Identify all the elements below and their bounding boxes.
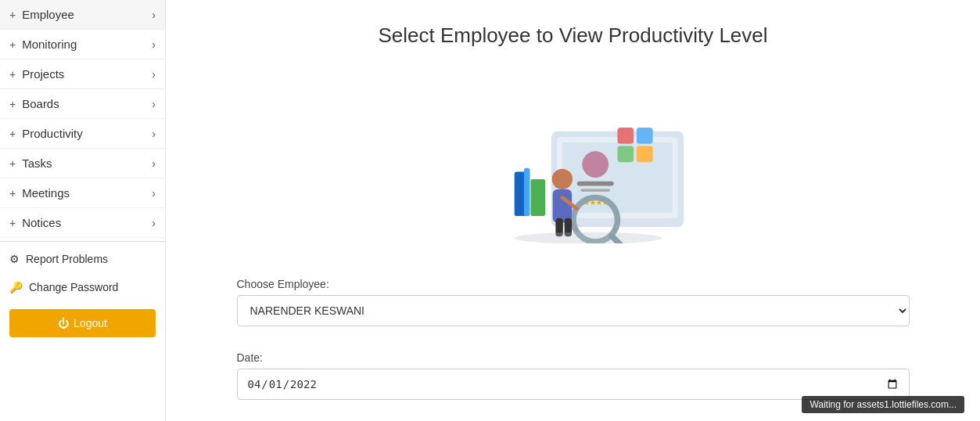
sidebar-item-employee[interactable]: + Employee › [0, 0, 165, 30]
sidebar-label-report-problems: Report Problems [26, 253, 108, 265]
chevron-icon-projects: › [152, 68, 156, 81]
svg-rect-9 [617, 146, 634, 163]
svg-point-13 [551, 169, 572, 189]
svg-rect-20 [523, 168, 529, 216]
chevron-icon-boards: › [152, 98, 156, 110]
svg-rect-4 [576, 182, 613, 186]
status-bar: Waiting for assets1.lottiefiles.com... [802, 396, 964, 413]
plus-icon-monitoring: + [9, 38, 16, 51]
sidebar-item-projects[interactable]: + Projects › [0, 59, 165, 89]
sidebar-item-change-password[interactable]: 🔑 Change Password [0, 273, 165, 301]
svg-point-21 [514, 232, 661, 243]
employee-form-group: Choose Employee: NARENDER KESWANI [237, 278, 910, 339]
sidebar-item-notices[interactable]: + Notices › [0, 208, 165, 238]
sidebar-divider [0, 241, 165, 242]
chevron-icon-notices: › [152, 217, 156, 229]
report-problems-icon: ⚙ [9, 253, 20, 265]
sidebar-item-monitoring[interactable]: + Monitoring › [0, 30, 165, 59]
sidebar-label-notices: Notices [22, 216, 61, 229]
illustration-container: ★★★★★ [448, 63, 698, 262]
logout-label: Logout [74, 317, 107, 329]
sidebar: + Employee › + Monitoring › + Projects ›… [0, 0, 166, 421]
sidebar-item-boards[interactable]: + Boards › [0, 89, 165, 119]
plus-icon-boards: + [9, 98, 16, 110]
sidebar-label-monitoring: Monitoring [22, 38, 77, 51]
svg-rect-19 [530, 179, 545, 216]
svg-rect-5 [580, 189, 610, 192]
svg-rect-7 [617, 128, 634, 144]
change-password-icon: 🔑 [9, 281, 23, 293]
date-label: Date: [237, 351, 910, 364]
employee-select[interactable]: NARENDER KESWANI [237, 295, 910, 326]
sidebar-item-report-problems[interactable]: ⚙ Report Problems [0, 245, 165, 273]
svg-rect-14 [552, 189, 571, 222]
chevron-icon-meetings: › [152, 187, 156, 200]
sidebar-item-tasks[interactable]: + Tasks › [0, 149, 165, 178]
productivity-illustration: ★★★★★ [448, 63, 698, 243]
plus-icon-notices: + [9, 217, 16, 229]
chevron-icon-monitoring: › [152, 38, 156, 51]
main-content: Select Employee to View Productivity Lev… [166, 0, 980, 421]
logout-button[interactable]: ⏻ Logout [9, 309, 156, 337]
chevron-icon-productivity: › [152, 128, 156, 140]
sidebar-label-meetings: Meetings [22, 186, 70, 200]
chevron-icon-tasks: › [152, 157, 156, 170]
sidebar-label-boards: Boards [22, 97, 59, 110]
svg-point-3 [582, 151, 608, 178]
sidebar-item-meetings[interactable]: + Meetings › [0, 178, 165, 208]
sidebar-item-productivity[interactable]: + Productivity › [0, 119, 165, 149]
plus-icon-productivity: + [9, 128, 16, 140]
page-title: Select Employee to View Productivity Lev… [378, 23, 767, 48]
sidebar-label-employee: Employee [22, 8, 74, 21]
employee-label: Choose Employee: [237, 278, 910, 290]
plus-icon-tasks: + [9, 157, 16, 170]
plus-icon-employee: + [9, 9, 16, 21]
chevron-icon-employee: › [152, 9, 156, 21]
sidebar-label-change-password: Change Password [29, 281, 118, 293]
sidebar-label-tasks: Tasks [22, 157, 52, 170]
logout-icon: ⏻ [58, 317, 69, 329]
date-input[interactable] [237, 369, 910, 400]
svg-rect-10 [636, 146, 652, 163]
plus-icon-projects: + [9, 68, 16, 81]
sidebar-label-productivity: Productivity [22, 127, 83, 140]
sidebar-label-projects: Projects [22, 67, 64, 81]
svg-rect-8 [636, 128, 652, 144]
plus-icon-meetings: + [9, 187, 16, 200]
